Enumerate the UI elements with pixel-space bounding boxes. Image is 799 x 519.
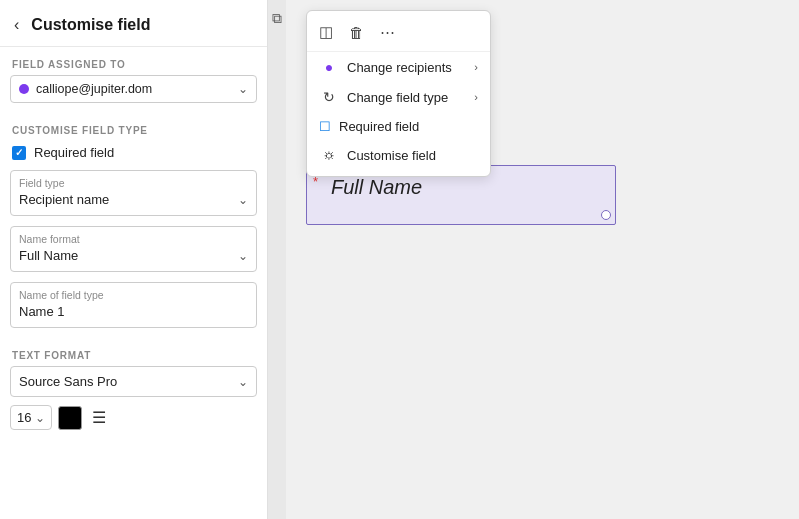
customise-field-type-label: CUSTOMISE FIELD TYPE	[0, 113, 267, 141]
field-type-label: Field type	[19, 177, 248, 189]
change-field-type-chevron-icon: ›	[474, 91, 478, 103]
back-button[interactable]: ‹	[10, 14, 23, 36]
right-panel: ◫ 🗑 ⋯ ● Change recipients › ↻ Change fie…	[286, 0, 799, 519]
font-size-chevron-icon: ⌄	[35, 411, 45, 425]
font-select-value: Source Sans Pro	[19, 374, 238, 389]
text-align-icon[interactable]: ☰	[88, 406, 110, 429]
required-field-check-icon: ☐	[319, 119, 331, 134]
copy-icon[interactable]: ⧉	[272, 10, 282, 27]
menu-item-required-field[interactable]: ☐ Required field	[307, 112, 490, 141]
font-color-picker[interactable]	[58, 406, 82, 430]
menu-grid-icon[interactable]: ◫	[317, 21, 335, 43]
assigned-to-dropdown[interactable]: calliope@jupiter.dom ⌄	[10, 75, 257, 103]
menu-item-change-recipients[interactable]: ● Change recipients ›	[307, 52, 490, 82]
font-size-value: 16	[17, 410, 31, 425]
change-field-type-icon: ↻	[319, 89, 339, 105]
change-field-type-label: Change field type	[347, 90, 474, 105]
font-tools-row: 16 ⌄ ☰	[10, 405, 257, 430]
required-field-menu-label: Required field	[339, 119, 478, 134]
menu-item-customise-field[interactable]: ⛭ Customise field	[307, 141, 490, 170]
change-recipients-chevron-icon: ›	[474, 61, 478, 73]
center-strip: ⧉	[268, 0, 286, 519]
name-format-label: Name format	[19, 233, 248, 245]
assigned-email-value: calliope@jupiter.dom	[36, 82, 238, 96]
field-assigned-to-label: FIELD ASSIGNED TO	[0, 47, 267, 75]
name-format-value: Full Name	[19, 248, 78, 263]
font-chevron-icon: ⌄	[238, 375, 248, 389]
customise-field-menu-label: Customise field	[347, 148, 478, 163]
field-type-chevron-icon[interactable]: ⌄	[238, 193, 248, 207]
text-format-label: TEXT FORMAT	[0, 338, 267, 366]
menu-more-icon[interactable]: ⋯	[378, 21, 397, 43]
name-of-field-type-value: Name 1	[19, 304, 65, 319]
menu-trash-icon[interactable]: 🗑	[347, 22, 366, 43]
name-of-field-type-group: Name of field type Name 1	[10, 282, 257, 328]
name-of-field-type-label: Name of field type	[19, 289, 248, 301]
field-type-value: Recipient name	[19, 192, 109, 207]
field-type-group: Field type Recipient name ⌄	[10, 170, 257, 216]
resize-handle[interactable]	[601, 210, 611, 220]
text-format-section: Source Sans Pro ⌄ 16 ⌄ ☰	[0, 366, 267, 430]
context-menu: ◫ 🗑 ⋯ ● Change recipients › ↻ Change fie…	[306, 10, 491, 177]
left-panel: ‹ Customise field FIELD ASSIGNED TO call…	[0, 0, 268, 519]
field-placeholder-text: Full Name	[321, 176, 422, 198]
name-format-chevron-icon[interactable]: ⌄	[238, 249, 248, 263]
customise-field-icon: ⛭	[319, 148, 339, 163]
menu-item-change-field-type[interactable]: ↻ Change field type ›	[307, 82, 490, 112]
panel-header: ‹ Customise field	[0, 0, 267, 47]
required-field-label: Required field	[34, 145, 114, 160]
menu-icons-row: ◫ 🗑 ⋯	[307, 17, 490, 52]
assigned-to-chevron-icon: ⌄	[238, 82, 248, 96]
recipient-dot	[19, 84, 29, 94]
font-size-dropdown[interactable]: 16 ⌄	[10, 405, 52, 430]
change-recipients-label: Change recipients	[347, 60, 474, 75]
required-field-checkbox[interactable]	[12, 146, 26, 160]
panel-title: Customise field	[31, 16, 150, 34]
recipients-dot-icon: ●	[319, 59, 339, 75]
font-select-dropdown[interactable]: Source Sans Pro ⌄	[10, 366, 257, 397]
name-format-group: Name format Full Name ⌄	[10, 226, 257, 272]
required-field-row: Required field	[0, 141, 267, 170]
